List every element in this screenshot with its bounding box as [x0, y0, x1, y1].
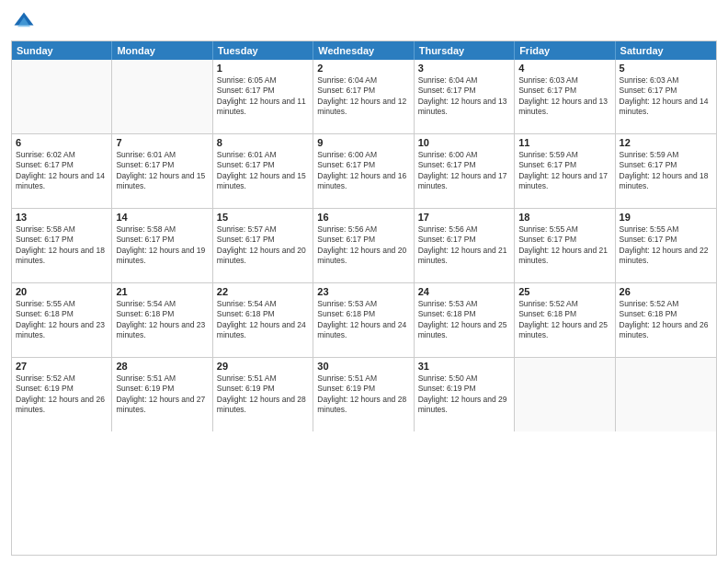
cell-info: Sunrise: 5:58 AMSunset: 6:17 PMDaylight:…: [16, 224, 108, 267]
calendar-cell: 13Sunrise: 5:58 AMSunset: 6:17 PMDayligh…: [12, 209, 112, 282]
day-number: 13: [16, 212, 108, 223]
cell-info: Sunrise: 6:03 AMSunset: 6:17 PMDaylight:…: [620, 75, 712, 118]
calendar-cell: 29Sunrise: 5:51 AMSunset: 6:19 PMDayligh…: [213, 358, 313, 431]
calendar-cell: [515, 358, 615, 431]
cell-info: Sunrise: 5:55 AMSunset: 6:17 PMDaylight:…: [518, 224, 610, 267]
day-number: 7: [116, 137, 208, 148]
calendar-cell: 18Sunrise: 5:55 AMSunset: 6:17 PMDayligh…: [515, 209, 615, 282]
cell-info: Sunrise: 5:50 AMSunset: 6:19 PMDaylight:…: [418, 373, 510, 416]
calendar-cell: 28Sunrise: 5:51 AMSunset: 6:19 PMDayligh…: [112, 358, 212, 431]
day-number: 23: [317, 286, 409, 297]
day-number: 18: [518, 212, 610, 223]
cell-info: Sunrise: 5:56 AMSunset: 6:17 PMDaylight:…: [418, 224, 510, 267]
cell-info: Sunrise: 6:04 AMSunset: 6:17 PMDaylight:…: [418, 75, 510, 118]
cell-info: Sunrise: 5:59 AMSunset: 6:17 PMDaylight:…: [518, 150, 610, 192]
calendar-cell: 5Sunrise: 6:03 AMSunset: 6:17 PMDaylight…: [616, 60, 716, 133]
calendar-cell: 2Sunrise: 6:04 AMSunset: 6:17 PMDaylight…: [313, 60, 414, 133]
calendar-cell: 20Sunrise: 5:55 AMSunset: 6:18 PMDayligh…: [12, 283, 112, 357]
header-day-thursday: Thursday: [415, 41, 515, 60]
calendar-cell: 15Sunrise: 5:57 AMSunset: 6:17 PMDayligh…: [213, 209, 313, 282]
day-number: 14: [116, 212, 208, 223]
day-number: 30: [317, 361, 409, 372]
calendar-cell: 24Sunrise: 5:53 AMSunset: 6:18 PMDayligh…: [415, 283, 515, 357]
day-number: 26: [620, 286, 712, 297]
day-number: 5: [620, 63, 712, 74]
day-number: 20: [16, 286, 108, 297]
cell-info: Sunrise: 5:55 AMSunset: 6:18 PMDaylight:…: [16, 299, 108, 341]
cell-info: Sunrise: 5:51 AMSunset: 6:19 PMDaylight:…: [317, 373, 409, 416]
logo: [11, 9, 40, 35]
calendar-week-5: 27Sunrise: 5:52 AMSunset: 6:19 PMDayligh…: [12, 358, 716, 431]
calendar-cell: 17Sunrise: 5:56 AMSunset: 6:17 PMDayligh…: [415, 209, 515, 282]
logo-icon: [11, 9, 37, 35]
cell-info: Sunrise: 6:03 AMSunset: 6:17 PMDaylight:…: [518, 75, 610, 118]
calendar-cell: 9Sunrise: 6:00 AMSunset: 6:17 PMDaylight…: [313, 134, 414, 208]
day-number: 9: [317, 137, 409, 148]
calendar-week-4: 20Sunrise: 5:55 AMSunset: 6:18 PMDayligh…: [12, 283, 716, 358]
day-number: 21: [116, 286, 208, 297]
cell-info: Sunrise: 5:57 AMSunset: 6:17 PMDaylight:…: [217, 224, 309, 267]
cell-info: Sunrise: 5:54 AMSunset: 6:18 PMDaylight:…: [217, 299, 309, 341]
day-number: 12: [620, 137, 712, 148]
cell-info: Sunrise: 6:05 AMSunset: 6:17 PMDaylight:…: [217, 75, 309, 118]
calendar-cell: [616, 358, 716, 431]
day-number: 16: [317, 212, 409, 223]
day-number: 15: [217, 212, 309, 223]
cell-info: Sunrise: 5:51 AMSunset: 6:19 PMDaylight:…: [217, 373, 309, 416]
calendar-cell: 8Sunrise: 6:01 AMSunset: 6:17 PMDaylight…: [213, 134, 313, 208]
calendar-cell: [112, 60, 212, 133]
calendar-cell: [12, 60, 112, 133]
day-number: 17: [418, 212, 510, 223]
calendar-cell: 1Sunrise: 6:05 AMSunset: 6:17 PMDaylight…: [213, 60, 313, 133]
day-number: 2: [317, 63, 409, 74]
header-day-friday: Friday: [515, 41, 615, 60]
calendar-cell: 22Sunrise: 5:54 AMSunset: 6:18 PMDayligh…: [213, 283, 313, 357]
cell-info: Sunrise: 5:59 AMSunset: 6:17 PMDaylight:…: [620, 150, 712, 192]
day-number: 22: [217, 286, 309, 297]
header-day-monday: Monday: [112, 41, 212, 60]
calendar-cell: 27Sunrise: 5:52 AMSunset: 6:19 PMDayligh…: [12, 358, 112, 431]
cell-info: Sunrise: 6:00 AMSunset: 6:17 PMDaylight:…: [317, 150, 409, 192]
cell-info: Sunrise: 5:52 AMSunset: 6:18 PMDaylight:…: [620, 299, 712, 341]
header-day-tuesday: Tuesday: [213, 41, 313, 60]
cell-info: Sunrise: 6:01 AMSunset: 6:17 PMDaylight:…: [217, 150, 309, 192]
calendar-cell: 26Sunrise: 5:52 AMSunset: 6:18 PMDayligh…: [616, 283, 716, 357]
cell-info: Sunrise: 5:53 AMSunset: 6:18 PMDaylight:…: [418, 299, 510, 341]
day-number: 19: [620, 212, 712, 223]
day-number: 11: [518, 137, 610, 148]
calendar-cell: 31Sunrise: 5:50 AMSunset: 6:19 PMDayligh…: [415, 358, 515, 431]
cell-info: Sunrise: 5:52 AMSunset: 6:18 PMDaylight:…: [518, 299, 610, 341]
header-day-sunday: Sunday: [12, 41, 112, 60]
calendar-cell: 23Sunrise: 5:53 AMSunset: 6:18 PMDayligh…: [313, 283, 414, 357]
cell-info: Sunrise: 5:53 AMSunset: 6:18 PMDaylight:…: [317, 299, 409, 341]
cell-info: Sunrise: 5:52 AMSunset: 6:19 PMDaylight:…: [16, 373, 108, 416]
day-number: 10: [418, 137, 510, 148]
cell-info: Sunrise: 5:56 AMSunset: 6:17 PMDaylight:…: [317, 224, 409, 267]
calendar-cell: 25Sunrise: 5:52 AMSunset: 6:18 PMDayligh…: [515, 283, 615, 357]
calendar: SundayMondayTuesdayWednesdayThursdayFrid…: [11, 40, 717, 556]
cell-info: Sunrise: 6:04 AMSunset: 6:17 PMDaylight:…: [317, 75, 409, 118]
day-number: 4: [518, 63, 610, 74]
cell-info: Sunrise: 5:58 AMSunset: 6:17 PMDaylight:…: [116, 224, 208, 267]
cell-info: Sunrise: 5:55 AMSunset: 6:17 PMDaylight:…: [620, 224, 712, 267]
calendar-week-3: 13Sunrise: 5:58 AMSunset: 6:17 PMDayligh…: [12, 209, 716, 283]
day-number: 24: [418, 286, 510, 297]
day-number: 1: [217, 63, 309, 74]
calendar-header: SundayMondayTuesdayWednesdayThursdayFrid…: [12, 41, 716, 60]
calendar-cell: 4Sunrise: 6:03 AMSunset: 6:17 PMDaylight…: [515, 60, 615, 133]
day-number: 25: [518, 286, 610, 297]
page: SundayMondayTuesdayWednesdayThursdayFrid…: [0, 0, 728, 563]
calendar-cell: 6Sunrise: 6:02 AMSunset: 6:17 PMDaylight…: [12, 134, 112, 208]
calendar-cell: 10Sunrise: 6:00 AMSunset: 6:17 PMDayligh…: [415, 134, 515, 208]
day-number: 31: [418, 361, 510, 372]
calendar-week-2: 6Sunrise: 6:02 AMSunset: 6:17 PMDaylight…: [12, 134, 716, 209]
cell-info: Sunrise: 6:01 AMSunset: 6:17 PMDaylight:…: [116, 150, 208, 192]
calendar-cell: 30Sunrise: 5:51 AMSunset: 6:19 PMDayligh…: [313, 358, 414, 431]
calendar-body: 1Sunrise: 6:05 AMSunset: 6:17 PMDaylight…: [12, 60, 716, 431]
cell-info: Sunrise: 6:00 AMSunset: 6:17 PMDaylight:…: [418, 150, 510, 192]
cell-info: Sunrise: 6:02 AMSunset: 6:17 PMDaylight:…: [16, 150, 108, 192]
calendar-week-1: 1Sunrise: 6:05 AMSunset: 6:17 PMDaylight…: [12, 60, 716, 134]
day-number: 28: [116, 361, 208, 372]
calendar-cell: 14Sunrise: 5:58 AMSunset: 6:17 PMDayligh…: [112, 209, 212, 282]
header-day-wednesday: Wednesday: [313, 41, 414, 60]
